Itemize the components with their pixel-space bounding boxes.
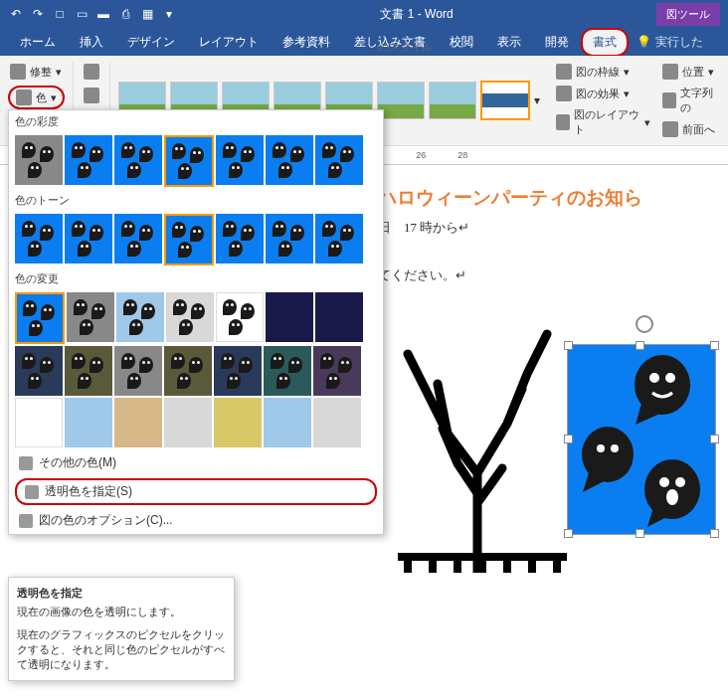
sat-thumb[interactable] <box>315 135 363 185</box>
recolor-thumb[interactable] <box>164 346 212 396</box>
more-colors-item[interactable]: その他の色(M) <box>9 449 383 476</box>
recolor-thumb-selected[interactable] <box>15 292 65 344</box>
tree-image <box>388 294 577 573</box>
tellme[interactable]: 💡実行した <box>637 34 703 51</box>
tone-label: 色のトーン <box>9 189 383 212</box>
save-icon[interactable]: ▬ <box>95 6 111 22</box>
recolor-thumb[interactable] <box>65 346 112 396</box>
tooltip-text: 現在の画像の色を透明にします。 <box>17 605 226 619</box>
redo-icon[interactable]: ↷ <box>30 6 46 22</box>
style-thumb[interactable] <box>377 82 425 119</box>
recolor-thumb[interactable] <box>67 292 114 342</box>
change-button[interactable] <box>82 86 101 105</box>
effects-button[interactable]: 図の効果 ▾ <box>554 84 652 103</box>
recolor-thumb[interactable] <box>114 346 162 396</box>
tone-thumb-selected[interactable] <box>164 214 214 265</box>
recolor-thumb[interactable] <box>116 292 164 342</box>
resize-handle[interactable] <box>710 529 719 538</box>
tone-thumb[interactable] <box>65 214 112 263</box>
tab-format[interactable]: 書式 <box>581 28 629 57</box>
recolor-thumb[interactable] <box>216 292 264 342</box>
forward-button[interactable]: 前面へ <box>660 119 720 139</box>
recolor-thumb[interactable] <box>65 398 112 447</box>
resize-handle[interactable] <box>564 341 573 350</box>
resize-handle[interactable] <box>710 435 719 443</box>
style-thumb[interactable] <box>429 82 476 119</box>
tab-insert[interactable]: 挿入 <box>68 28 115 57</box>
style-thumb-selected[interactable] <box>480 81 530 120</box>
sat-thumb[interactable] <box>15 135 63 185</box>
recolor-thumb[interactable] <box>214 398 262 447</box>
tone-thumb[interactable] <box>315 214 363 263</box>
tab-developer[interactable]: 開発 <box>533 28 581 57</box>
frame-button[interactable]: 図の枠線 ▾ <box>554 62 652 82</box>
tab-view[interactable]: 表示 <box>485 28 533 57</box>
sat-thumb[interactable] <box>216 135 264 185</box>
corrections-button[interactable]: 修整 ▾ <box>8 62 65 82</box>
doc-text: てください。↵ <box>378 266 728 284</box>
palette-icon <box>19 456 33 470</box>
resize-handle[interactable] <box>636 529 644 538</box>
tone-thumb[interactable] <box>216 214 264 263</box>
svg-rect-0 <box>398 553 567 561</box>
recolor-thumb[interactable] <box>214 346 262 396</box>
wrap-icon <box>662 92 676 108</box>
position-button[interactable]: 位置 ▾ <box>660 62 720 82</box>
recolor-thumb[interactable] <box>15 346 63 396</box>
change-icon <box>84 88 99 103</box>
frame-icon <box>556 64 572 80</box>
color-button[interactable]: 色 ▾ <box>8 86 65 109</box>
compress-button[interactable] <box>82 62 101 82</box>
recolor-thumb[interactable] <box>313 398 361 447</box>
position-icon <box>662 64 678 80</box>
recolor-thumb[interactable] <box>313 346 361 396</box>
context-tab: 図ツール <box>656 3 720 26</box>
resize-handle[interactable] <box>564 435 573 443</box>
selected-image[interactable] <box>567 344 716 535</box>
compress-icon <box>84 64 99 80</box>
resize-handle[interactable] <box>710 341 719 350</box>
styles-more[interactable]: ▾ <box>534 93 540 107</box>
recolor-thumb[interactable] <box>264 398 311 447</box>
preview-icon[interactable]: ▦ <box>139 6 155 22</box>
tab-references[interactable]: 参考資料 <box>271 28 342 57</box>
recolor-thumb[interactable] <box>264 346 311 396</box>
tooltip: 透明色を指定 現在の画像の色を透明にします。 現在のグラフィックスのピクセルをク… <box>8 577 235 642</box>
set-transparent-item[interactable]: 透明色を指定(S) <box>15 478 377 505</box>
back-icon[interactable]: ↶ <box>8 6 24 22</box>
tone-thumb[interactable] <box>266 214 313 263</box>
resize-handle[interactable] <box>636 341 644 350</box>
arrange-group: 位置 ▾ 文字列の 前面へ <box>660 62 720 139</box>
recolor-thumb[interactable] <box>315 292 363 342</box>
svg-point-8 <box>659 477 669 487</box>
wrap-button[interactable]: 文字列の <box>660 84 720 117</box>
recolor-thumb[interactable] <box>166 292 214 342</box>
recolor-thumb[interactable] <box>164 398 212 447</box>
sat-thumb[interactable] <box>65 135 112 185</box>
sat-thumb-selected[interactable] <box>164 135 214 187</box>
recolor-thumb[interactable] <box>114 398 162 447</box>
new-icon[interactable]: □ <box>52 6 68 22</box>
picture-border-group: 図の枠線 ▾ 図の効果 ▾ 図のレイアウト ▾ <box>554 62 652 139</box>
recolor-thumb[interactable] <box>15 398 63 447</box>
titlebar: ↶ ↷ □ ▭ ▬ ⎙ ▦ ▾ 文書 1 - Word 図ツール <box>0 0 728 28</box>
recolor-thumb[interactable] <box>266 292 313 342</box>
tooltip-text: 現在のグラフィックスのピクセルをクリックすると、それと同じ色のピクセルがすべて透… <box>17 627 226 642</box>
tab-design[interactable]: デザイン <box>115 28 187 57</box>
tab-review[interactable]: 校閲 <box>438 28 485 57</box>
more-icon[interactable]: ▾ <box>161 6 177 22</box>
sat-thumb[interactable] <box>266 135 313 185</box>
pic-layout-button[interactable]: 図のレイアウト ▾ <box>554 105 652 139</box>
color-options-item[interactable]: 図の色のオプション(C)... <box>9 507 383 534</box>
rotate-handle[interactable] <box>636 315 653 333</box>
tab-layout[interactable]: レイアウト <box>187 28 271 57</box>
tone-thumb[interactable] <box>15 214 63 263</box>
svg-point-6 <box>611 444 619 452</box>
tone-row <box>9 212 383 267</box>
open-icon[interactable]: ▭ <box>74 6 90 22</box>
resize-handle[interactable] <box>564 529 573 538</box>
print-icon[interactable]: ⎙ <box>117 6 133 22</box>
sat-thumb[interactable] <box>114 135 162 185</box>
tone-thumb[interactable] <box>114 214 162 263</box>
tab-home[interactable]: ホーム <box>8 28 68 57</box>
